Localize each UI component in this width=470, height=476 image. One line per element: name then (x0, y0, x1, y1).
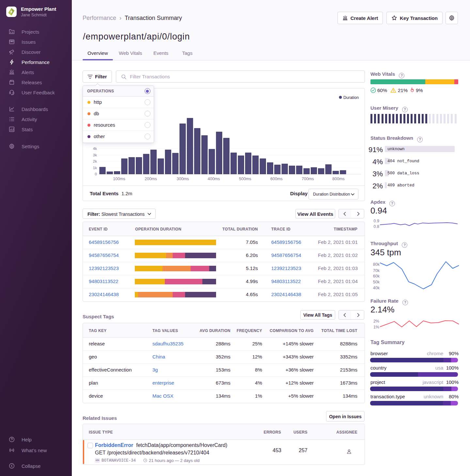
svg-text:0: 0 (95, 172, 97, 176)
svg-text:80k: 80k (373, 262, 380, 267)
svg-text:100ms: 100ms (113, 177, 125, 181)
svg-text:0.8: 0.8 (374, 224, 379, 229)
svg-text:Duration: Duration (343, 95, 359, 100)
svg-text:3k: 3k (93, 153, 97, 157)
svg-text:2%: 2% (373, 319, 379, 324)
svg-text:2k: 2k (93, 159, 97, 163)
svg-text:0.9: 0.9 (374, 219, 379, 223)
svg-text:50k: 50k (373, 280, 380, 284)
svg-text:40k: 40k (373, 286, 380, 290)
svg-text:1%: 1% (373, 325, 379, 329)
svg-text:70k: 70k (373, 268, 380, 273)
svg-text:500ms: 500ms (239, 177, 251, 181)
svg-text:400ms: 400ms (208, 177, 220, 181)
svg-text:600ms: 600ms (270, 177, 283, 181)
svg-text:800ms: 800ms (332, 177, 345, 181)
svg-text:700ms: 700ms (302, 177, 314, 181)
svg-text:200ms: 200ms (145, 177, 157, 181)
svg-text:4k: 4k (93, 147, 97, 151)
svg-text:300ms: 300ms (177, 177, 189, 181)
svg-text:60k: 60k (373, 274, 380, 278)
svg-text:1k: 1k (93, 166, 97, 170)
